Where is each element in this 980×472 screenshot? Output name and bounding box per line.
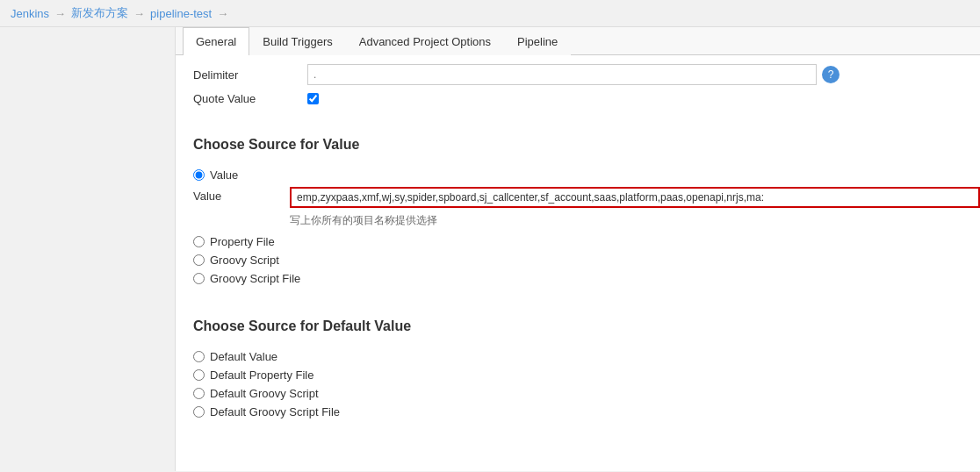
radio-value[interactable] [193, 169, 205, 181]
radio-property-file[interactable] [193, 236, 205, 247]
radio-default-groovy-script-file[interactable] [193, 406, 205, 418]
choose-source-heading: Choose Source for Value [176, 130, 980, 160]
hint-text: 写上你所有的项目名称提供选择 [176, 213, 980, 228]
delimiter-label: Delimiter [193, 68, 307, 82]
breadcrumb-jenkins[interactable]: Jenkins [11, 7, 49, 20]
radio-default-property-file-row: Default Property File [176, 368, 980, 382]
radio-default-value[interactable] [193, 351, 205, 362]
breadcrumb-arrow-3: → [217, 7, 228, 20]
breadcrumb-arrow-1: → [54, 7, 66, 20]
radio-default-groovy-script-file-label: Default Groovy Script File [210, 405, 340, 418]
radio-groovy-script-file-row: Groovy Script File [176, 272, 980, 285]
quote-value-row: Quote Value [193, 92, 962, 105]
radio-property-file-label: Property File [210, 235, 275, 248]
quote-value-checkbox[interactable] [307, 93, 319, 104]
radio-default-property-file-label: Default Property File [210, 368, 314, 382]
tab-content-general: Delimiter ? Quote Value Choose Source fo… [176, 55, 980, 431]
delimiter-input[interactable] [307, 64, 817, 85]
tab-pipeline[interactable]: Pipeline [504, 27, 571, 55]
main-layout: General Build Triggers Advanced Project … [0, 27, 980, 471]
radio-default-value-label: Default Value [210, 350, 277, 363]
radio-default-groovy-script-file-row: Default Groovy Script File [176, 405, 980, 418]
breadcrumb: Jenkins → 新发布方案 → pipeline-test → [0, 0, 980, 27]
radio-value-label: Value [210, 168, 238, 182]
delimiter-help-icon[interactable]: ? [822, 66, 839, 83]
radio-groovy-script-label: Groovy Script [210, 254, 279, 267]
tab-advanced-project-options[interactable]: Advanced Project Options [346, 27, 504, 55]
radio-groovy-script-file-label: Groovy Script File [210, 272, 300, 285]
value-sub-label: Value [193, 187, 290, 203]
radio-property-file-row: Property File [176, 235, 980, 248]
breadcrumb-arrow-2: → [133, 7, 145, 20]
tab-bar: General Build Triggers Advanced Project … [176, 27, 980, 55]
value-input[interactable] [290, 187, 980, 208]
choose-default-heading: Choose Source for Default Value [176, 311, 980, 341]
radio-default-groovy-script-label: Default Groovy Script [210, 387, 319, 400]
radio-default-property-file[interactable] [193, 369, 205, 381]
tab-general[interactable]: General [183, 27, 249, 55]
radio-default-groovy-script-row: Default Groovy Script [176, 387, 980, 400]
radio-groovy-script[interactable] [193, 254, 205, 266]
radio-default-value-row: Default Value [176, 350, 980, 363]
radio-groovy-script-row: Groovy Script [176, 254, 980, 267]
tab-build-triggers[interactable]: Build Triggers [249, 27, 345, 55]
breadcrumb-project[interactable]: 新发布方案 [71, 5, 128, 21]
quote-value-label: Quote Value [193, 92, 307, 105]
value-sub-row: Value [176, 187, 980, 208]
radio-default-groovy-script[interactable] [193, 388, 205, 399]
delimiter-row: Delimiter ? [193, 64, 962, 85]
radio-value-row: Value [176, 168, 980, 182]
radio-groovy-script-file[interactable] [193, 273, 205, 284]
sidebar [0, 27, 176, 471]
content-area: General Build Triggers Advanced Project … [176, 27, 980, 471]
breadcrumb-pipeline[interactable]: pipeline-test [150, 7, 212, 20]
